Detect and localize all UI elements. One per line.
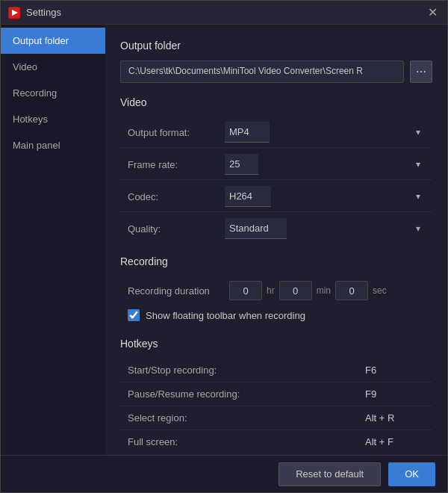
quality-select[interactable]: LowStandardHigh	[225, 218, 287, 239]
reset-to-default-button[interactable]: Reset to default	[279, 462, 381, 486]
floating-toolbar-row: Show floating toolbar when recording	[120, 305, 432, 326]
output-folder-title: Output folder	[120, 40, 432, 52]
content-area: Output folder Video Recording Hotkeys Ma…	[1, 25, 447, 455]
main-content: Output folder C:\Users\tk\Documents\Mini…	[105, 25, 447, 455]
sidebar: Output folder Video Recording Hotkeys Ma…	[1, 25, 105, 455]
hotkey-start-stop-label: Start/Stop recording:	[128, 365, 365, 376]
hotkey-full-screen: Full screen: Alt + F	[120, 430, 432, 453]
duration-hr-input[interactable]	[229, 281, 262, 300]
output-format-row: Output format: MP4AVIMKVMOV	[120, 117, 432, 148]
sidebar-item-recording[interactable]: Recording	[1, 80, 105, 106]
hotkey-select-region: Select region: Alt + R	[120, 406, 432, 430]
sidebar-item-hotkeys[interactable]: Hotkeys	[1, 106, 105, 132]
frame-rate-label: Frame rate:	[128, 159, 225, 170]
title-bar: Settings ✕	[1, 1, 447, 25]
frame-rate-select-wrapper: 1520253060	[225, 154, 425, 175]
duration-label: Recording duration	[128, 285, 225, 297]
hotkey-pause-resume: Pause/Resume recording: F9	[120, 382, 432, 406]
hotkey-select-region-value: Alt + R	[365, 412, 425, 424]
floating-toolbar-label: Show floating toolbar when recording	[146, 310, 305, 321]
hotkey-start-stop-value: F6	[365, 365, 425, 376]
sidebar-item-video[interactable]: Video	[1, 54, 105, 80]
min-unit: min	[317, 285, 331, 296]
quality-row: Quality: LowStandardHigh	[120, 214, 432, 244]
hotkey-pause-resume-label: Pause/Resume recording:	[128, 388, 365, 400]
codec-row: Codec: H264H265VP8VP9	[120, 182, 432, 212]
hotkey-pause-resume-value: F9	[365, 388, 425, 400]
folder-browse-button[interactable]: ⋯	[410, 61, 432, 83]
close-button[interactable]: ✕	[425, 5, 440, 20]
hotkeys-section-title: Hotkeys	[120, 338, 432, 350]
output-format-label: Output format:	[128, 127, 225, 138]
quality-label: Quality:	[128, 223, 225, 235]
duration-sec-input[interactable]	[335, 281, 368, 300]
output-format-select[interactable]: MP4AVIMKVMOV	[225, 122, 270, 143]
settings-window: Settings ✕ Output folder Video Recording…	[0, 0, 448, 493]
app-icon	[8, 7, 20, 19]
recording-section-title: Recording	[120, 255, 432, 267]
footer: Reset to default OK	[1, 455, 447, 492]
ok-button[interactable]: OK	[388, 462, 435, 486]
hotkeys-section: Hotkeys Start/Stop recording: F6 Pause/R…	[120, 338, 432, 453]
hotkey-full-screen-label: Full screen:	[128, 436, 365, 447]
hotkey-full-screen-value: Alt + F	[365, 436, 425, 447]
window-title: Settings	[26, 7, 425, 18]
duration-min-input[interactable]	[279, 281, 312, 300]
recording-section: Recording Recording duration hr min sec …	[120, 255, 432, 326]
sec-unit: sec	[373, 285, 387, 296]
output-folder-row: C:\Users\tk\Documents\MiniTool Video Con…	[120, 61, 432, 83]
output-format-select-wrapper: MP4AVIMKVMOV	[225, 122, 425, 143]
frame-rate-select[interactable]: 1520253060	[225, 154, 258, 175]
hotkey-start-stop: Start/Stop recording: F6	[120, 359, 432, 382]
hotkey-select-region-label: Select region:	[128, 412, 365, 424]
codec-select[interactable]: H264H265VP8VP9	[225, 186, 271, 207]
codec-select-wrapper: H264H265VP8VP9	[225, 186, 425, 207]
video-section: Video Output format: MP4AVIMKVMOV Frame …	[120, 96, 432, 244]
floating-toolbar-checkbox[interactable]	[128, 309, 140, 321]
folder-path-display: C:\Users\tk\Documents\MiniTool Video Con…	[120, 61, 404, 83]
hr-unit: hr	[267, 285, 275, 296]
quality-select-wrapper: LowStandardHigh	[225, 218, 425, 239]
sidebar-item-output-folder[interactable]: Output folder	[1, 28, 105, 54]
frame-rate-row: Frame rate: 1520253060	[120, 149, 432, 180]
codec-label: Codec:	[128, 191, 225, 202]
video-section-title: Video	[120, 96, 432, 108]
sidebar-item-main-panel[interactable]: Main panel	[1, 132, 105, 158]
duration-row: Recording duration hr min sec	[120, 276, 432, 305]
